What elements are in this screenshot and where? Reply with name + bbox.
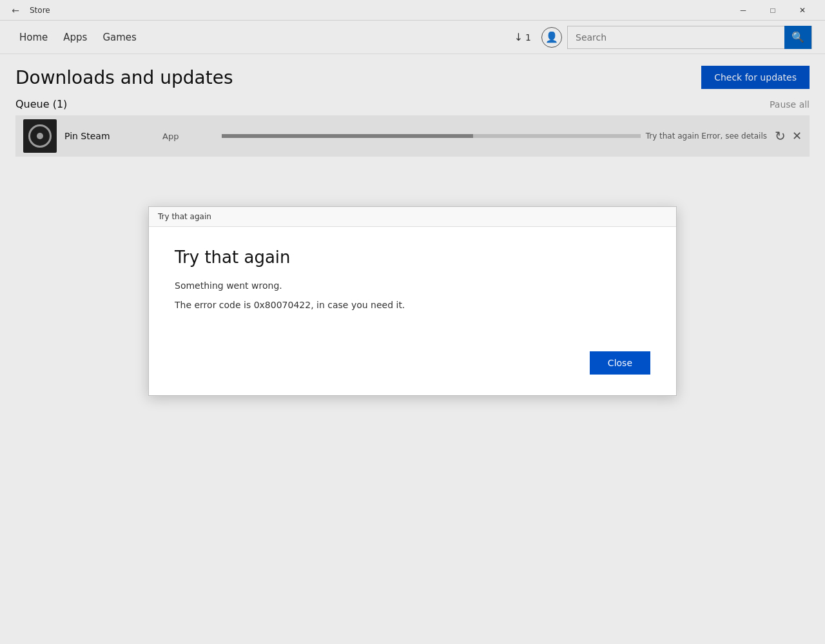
- dialog-titlebar-text: Try that again: [158, 212, 211, 221]
- dialog-body: Try that again Something went wrong. The…: [149, 227, 676, 341]
- dialog-titlebar: Try that again: [149, 207, 676, 227]
- close-dialog-button[interactable]: Close: [590, 351, 650, 375]
- dialog-line1: Something went wrong.: [175, 278, 650, 293]
- error-dialog: Try that again Try that again Something …: [148, 206, 677, 396]
- dialog-footer: Close: [149, 341, 676, 395]
- dialog-overlay: Try that again Try that again Something …: [0, 0, 825, 644]
- dialog-line2: The error code is 0x80070422, in case yo…: [175, 298, 650, 312]
- dialog-heading: Try that again: [175, 248, 650, 267]
